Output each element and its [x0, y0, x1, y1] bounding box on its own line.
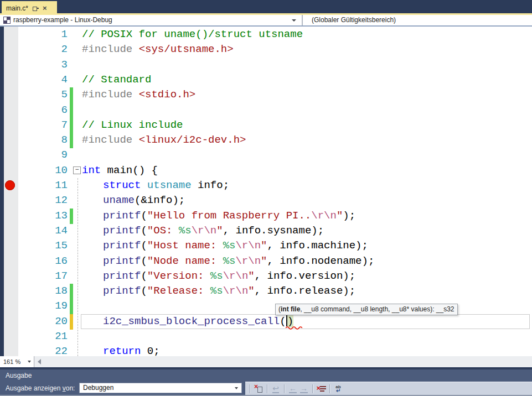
toggle-word-wrap-icon[interactable]: ab↵ — [333, 383, 344, 394]
line-number[interactable]: 6 — [0, 103, 68, 118]
code-line[interactable]: 20i2c_smbus_block_process_call() — [0, 314, 532, 330]
line-number[interactable]: 20 — [0, 314, 68, 329]
code-line[interactable]: 10−int main() { — [0, 163, 532, 179]
tab-label: main.c* — [6, 4, 28, 12]
code-text: printf("Node name: %s\r\n", info.nodenam… — [82, 254, 374, 269]
code-text: int main() { — [82, 163, 158, 178]
code-text: #include <linux/i2c-dev.h> — [82, 133, 246, 148]
line-number[interactable]: 9 — [0, 148, 68, 163]
output-source-dropdown[interactable]: Debuggen — [79, 383, 242, 393]
line-number[interactable]: 13 — [0, 209, 68, 223]
find-message-in-code-icon[interactable]: × — [253, 383, 264, 394]
code-line[interactable]: 4// Standard — [0, 72, 532, 88]
output-panel-header[interactable]: Ausgabe — [0, 369, 532, 382]
goto-previous-message-icon[interactable]: ↩ — [270, 383, 281, 394]
previous-message-icon[interactable]: ← — [287, 383, 298, 394]
toolbar-separator — [312, 384, 313, 393]
scroll-left-arrow-icon[interactable] — [38, 359, 41, 364]
chevron-down-icon — [235, 387, 238, 389]
code-line[interactable]: 12uname(&info); — [0, 193, 532, 209]
toolbar-separator — [267, 384, 267, 393]
fold-collapse-toggle[interactable]: − — [73, 166, 81, 174]
line-number[interactable]: 1 — [0, 27, 68, 42]
breakpoint-indicator[interactable] — [5, 180, 15, 190]
code-text: printf("Host name: %s\r\n", info.machine… — [82, 238, 368, 253]
line-number[interactable]: 3 — [0, 58, 68, 72]
code-line[interactable]: 5#include <stdio.h> — [0, 87, 532, 103]
change-tracking-bar — [70, 299, 73, 314]
line-number[interactable]: 17 — [0, 269, 68, 284]
chevron-down-icon — [28, 361, 31, 363]
zoom-level-value: 161 % — [3, 356, 20, 367]
line-number[interactable]: 8 — [0, 133, 68, 148]
code-line[interactable]: 7// Linux include — [0, 118, 532, 133]
next-message-icon[interactable]: → — [298, 383, 309, 394]
horizontal-scrollbar[interactable] — [35, 356, 532, 367]
code-line[interactable]: 13printf("Hello from Raspberry PI..\r\n"… — [0, 209, 532, 224]
line-number[interactable]: 2 — [0, 42, 68, 57]
pin-icon[interactable] — [32, 5, 39, 12]
code-line[interactable]: 6 — [0, 103, 532, 118]
toolbar-separator — [250, 384, 250, 393]
code-line[interactable]: 8#include <linux/i2c-dev.h> — [0, 133, 532, 148]
code-text: printf("OS: %s\r\n", info.sysname); — [82, 223, 324, 238]
line-number[interactable]: 14 — [0, 223, 68, 238]
parameter-info-tooltip: (int file, __u8 command, __u8 length, __… — [275, 304, 458, 315]
line-number[interactable]: 5 — [0, 87, 68, 102]
close-icon[interactable]: × — [43, 5, 47, 12]
code-line[interactable]: 22return 0; — [0, 344, 532, 356]
clear-all-icon[interactable]: × — [316, 383, 327, 394]
navbar-splitter — [302, 15, 303, 25]
code-line[interactable]: 18printf("Release: %s\r\n", info.release… — [0, 284, 532, 299]
show-output-from-label: Ausgabe anzeigen von: — [6, 382, 75, 395]
code-text: #include <stdio.h> — [82, 87, 195, 102]
line-number[interactable]: 12 — [0, 193, 68, 208]
toolbar-separator — [284, 384, 285, 393]
code-line[interactable]: 2#include <sys/utsname.h> — [0, 42, 532, 58]
indent-guide — [78, 178, 78, 356]
line-number[interactable]: 7 — [0, 118, 68, 133]
change-tracking-bar — [70, 133, 73, 148]
code-line[interactable]: 1// POSIX for uname()/struct utsname — [0, 27, 532, 43]
change-tracking-bar — [70, 314, 73, 330]
document-tab-strip: main.c* × — [0, 0, 532, 15]
code-editor[interactable]: 1// POSIX for uname()/struct utsname2#in… — [0, 27, 532, 356]
code-line[interactable]: 14printf("OS: %s\r\n", info.sysname); — [0, 223, 532, 239]
editor-bottom-bar: 161 % — [0, 356, 532, 367]
code-line[interactable]: 16printf("Node name: %s\r\n", info.noden… — [0, 254, 532, 269]
line-number[interactable]: 16 — [0, 254, 68, 269]
code-text: printf("Version: %s\r\n", info.version); — [82, 269, 355, 284]
line-number[interactable]: 18 — [0, 284, 68, 299]
vs-window: main.c* × raspberry-example - Linux-Debu… — [0, 0, 532, 396]
code-text: i2c_smbus_block_process_call() — [82, 314, 293, 329]
navigation-bar: raspberry-example - Linux-Debug (Globale… — [0, 15, 532, 25]
code-line[interactable]: 11struct utsname info; — [0, 178, 532, 194]
change-tracking-bar — [70, 103, 73, 118]
project-configuration-dropdown[interactable]: raspberry-example - Linux-Debug — [13, 15, 112, 25]
output-toolbar-buttons: × ↩ ← → × ab↵ — [245, 382, 532, 395]
code-line[interactable]: 9 — [0, 148, 532, 163]
line-number[interactable]: 21 — [0, 329, 68, 344]
output-toolbar: Ausgabe anzeigen von: Debuggen × ↩ ← → × — [0, 382, 532, 395]
change-tracking-bar — [70, 87, 73, 103]
change-tracking-bar — [70, 118, 73, 133]
change-tracking-bar — [70, 209, 73, 224]
code-line[interactable]: 17printf("Version: %s\r\n", info.version… — [0, 269, 532, 284]
code-text: printf("Hello from Raspberry PI..\r\n"); — [82, 209, 355, 223]
code-text: printf("Release: %s\r\n", info.release); — [82, 284, 355, 299]
line-number[interactable]: 22 — [0, 344, 68, 356]
code-line[interactable]: 15printf("Host name: %s\r\n", info.machi… — [0, 238, 532, 254]
zoom-level-dropdown[interactable]: 161 % — [0, 356, 34, 367]
output-source-value: Debuggen — [83, 383, 113, 393]
line-number[interactable]: 15 — [0, 238, 68, 253]
code-text: struct utsname info; — [82, 178, 229, 193]
code-text: // Linux include — [82, 118, 183, 133]
line-number[interactable]: 4 — [0, 72, 68, 87]
code-text: // Standard — [82, 72, 151, 87]
code-line[interactable]: 21 — [0, 329, 532, 345]
scope-dropdown[interactable]: (Globaler Gültigkeitsbereich) — [312, 15, 396, 25]
line-number[interactable]: 10 — [0, 163, 68, 178]
cpp-project-icon — [3, 17, 11, 24]
code-line[interactable]: 3 — [0, 58, 532, 73]
line-number[interactable]: 19 — [0, 299, 68, 314]
